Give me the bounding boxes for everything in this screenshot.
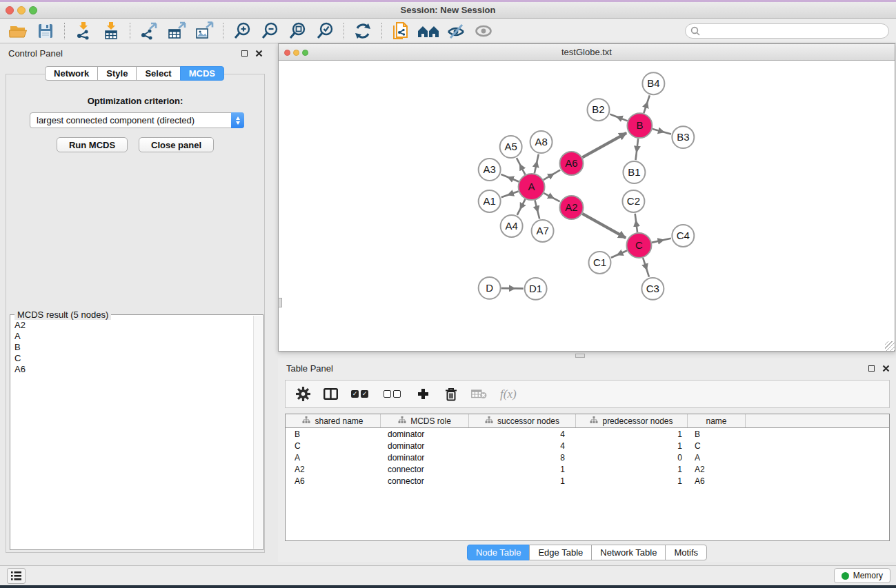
table-tabs: Node TableEdge TableNetwork TableMotifs (278, 545, 896, 560)
split-columns-icon[interactable] (323, 388, 338, 400)
table-row[interactable]: A2connector11A2 (286, 464, 889, 475)
node-table: shared nameMCDS rolesuccessor nodesprede… (285, 414, 890, 541)
window-title: Session: New Session (0, 2, 896, 18)
edge-B-B2[interactable] (610, 114, 627, 121)
edge-C-C1[interactable] (611, 251, 627, 258)
column-header-filler (746, 414, 889, 427)
edge-A-A8[interactable] (535, 154, 539, 174)
close-panel-button[interactable]: Close panel (139, 137, 214, 152)
dropdown-value: largest connected component (directed) (37, 115, 195, 125)
export-table-icon[interactable] (164, 21, 189, 41)
import-table-icon[interactable] (99, 21, 123, 41)
search-input[interactable] (685, 23, 889, 39)
zoom-selected-glyph (315, 21, 335, 41)
float-panel-icon[interactable] (868, 365, 875, 372)
result-scrollbar[interactable] (253, 316, 262, 549)
tab-network-table[interactable]: Network Table (591, 545, 666, 560)
settings-gear-icon[interactable] (296, 387, 310, 401)
result-item[interactable]: A2 (14, 320, 252, 331)
table-row[interactable]: Bdominator41B (286, 429, 889, 440)
horizontal-scrollbar-thumb[interactable] (575, 354, 585, 358)
edge-A-A6[interactable] (544, 170, 560, 180)
open-folder-icon[interactable] (6, 21, 30, 41)
zoom-in-icon[interactable] (230, 21, 255, 41)
close-window-button[interactable] (6, 6, 14, 14)
vertical-scrollbar-thumb[interactable] (278, 298, 282, 307)
result-item[interactable]: A6 (14, 364, 252, 375)
save-session-icon[interactable] (33, 21, 58, 41)
column-header-successor-nodes[interactable]: successor nodes (469, 414, 576, 427)
task-history-button[interactable] (7, 568, 26, 584)
optimization-criterion-dropdown[interactable]: largest connected component (directed) (30, 112, 244, 128)
deselect-all-checkboxes-icon[interactable] (384, 390, 403, 398)
result-item[interactable]: C (14, 353, 252, 364)
workspace: testGlobe.txt (269, 43, 896, 565)
edge-B-B3[interactable] (653, 129, 671, 134)
close-panel-icon[interactable] (255, 50, 263, 57)
column-header-name[interactable]: name (688, 414, 746, 427)
edge-A-A7[interactable] (535, 200, 539, 219)
edge-A6-B[interactable] (582, 133, 626, 158)
network-close-button[interactable] (284, 50, 290, 56)
delete-column-trash-icon[interactable] (444, 387, 458, 401)
table-row[interactable]: A6connector11A6 (286, 476, 889, 487)
column-header-shared-name[interactable]: shared name (286, 414, 381, 427)
add-column-icon[interactable] (416, 388, 430, 400)
edge-A-A2[interactable] (544, 193, 559, 201)
minimize-window-button[interactable] (17, 6, 26, 14)
hide-details-eye-icon[interactable] (444, 21, 468, 41)
select-all-checkboxes-icon[interactable]: ✓ ✓ (351, 390, 370, 398)
zoom-fit-icon[interactable] (285, 21, 310, 41)
desktop-strip-bottom (0, 585, 896, 588)
tab-style[interactable]: Style (97, 66, 137, 81)
node-label-A7: A7 (536, 225, 548, 236)
memory-button[interactable]: Memory (834, 568, 890, 583)
edge-C-C2[interactable] (635, 214, 637, 232)
table-row[interactable]: Adominator80A (286, 452, 889, 463)
column-header-label: successor nodes (497, 416, 559, 426)
edge-A-A3[interactable] (501, 174, 519, 182)
refresh-layout-icon[interactable] (350, 21, 375, 41)
network-zoom-button[interactable] (302, 50, 308, 56)
column-header-predecessor-nodes[interactable]: predecessor nodes (576, 414, 688, 427)
export-image-icon[interactable] (192, 21, 217, 41)
column-header-MCDS-role[interactable]: MCDS role (381, 414, 469, 427)
edge-B-B1[interactable] (636, 139, 639, 160)
tab-mcds[interactable]: MCDS (180, 66, 224, 81)
titlebar: Session: New Session (0, 2, 896, 19)
edge-C-C4[interactable] (652, 239, 671, 243)
zoom-window-button[interactable] (29, 6, 37, 14)
tab-node-table[interactable]: Node Table (467, 545, 530, 560)
mcds-result-list[interactable]: A2ABCA6 (11, 316, 252, 549)
tab-network[interactable]: Network (45, 66, 98, 81)
session-file-icon[interactable] (388, 21, 413, 41)
edge-A2-C[interactable] (582, 214, 626, 238)
edge-A-A5[interactable] (517, 158, 526, 174)
delete-table-icon[interactable] (471, 389, 487, 399)
show-details-eye-icon[interactable] (471, 21, 496, 41)
edge-A-A4[interactable] (517, 199, 526, 215)
result-item[interactable]: B (14, 342, 252, 353)
zoom-out-icon[interactable] (257, 21, 282, 41)
home-pair-icon[interactable] (416, 21, 441, 41)
tab-motifs[interactable]: Motifs (665, 545, 707, 560)
result-item[interactable]: A (14, 331, 252, 342)
window-resize-grip[interactable] (885, 341, 895, 351)
edge-B-B4[interactable] (644, 95, 649, 113)
tab-select[interactable]: Select (136, 66, 180, 81)
zoom-selected-icon[interactable] (312, 21, 337, 41)
export-network-icon[interactable] (137, 21, 161, 41)
close-panel-icon[interactable] (882, 365, 890, 372)
float-panel-icon[interactable] (241, 50, 248, 57)
tab-edge-table[interactable]: Edge Table (529, 545, 592, 560)
column-header-label: shared name (315, 416, 363, 426)
network-minimize-button[interactable] (293, 50, 299, 56)
network-canvas[interactable]: AA1A3A5A8A4A7A6A2BB1B2B3B4CC1C2C3C4DD1 (279, 61, 895, 351)
function-builder-icon[interactable]: f(x) (500, 387, 517, 401)
import-network-icon[interactable] (71, 21, 96, 41)
run-mcds-button[interactable]: Run MCDS (57, 137, 128, 152)
edge-A-A1[interactable] (501, 192, 519, 198)
table-row[interactable]: Cdominator41C (286, 440, 889, 452)
edge-C-C3[interactable] (643, 258, 649, 277)
table-cell: A (688, 453, 746, 463)
